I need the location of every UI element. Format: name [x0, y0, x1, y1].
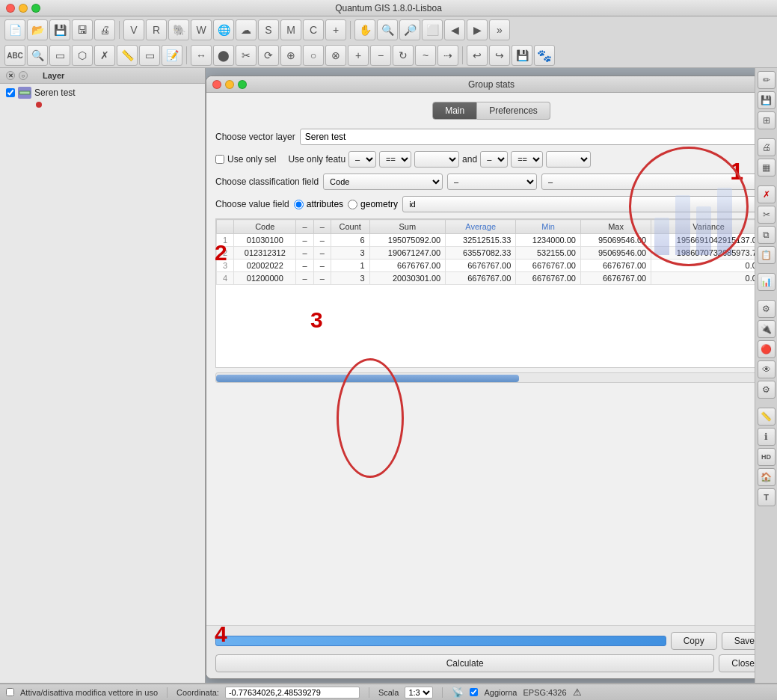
deselect-button[interactable]: ✗: [94, 45, 115, 66]
identify-button[interactable]: 🔍: [27, 45, 48, 66]
more-tools-button[interactable]: »: [489, 19, 510, 40]
tab-preferences[interactable]: Preferences: [477, 102, 550, 120]
class-field-select[interactable]: Code: [323, 174, 443, 190]
del-ring-button[interactable]: ⊗: [325, 45, 346, 66]
settings-tool-button[interactable]: ⚙: [758, 300, 776, 318]
coord-input[interactable]: [225, 687, 360, 699]
gear-tool-button[interactable]: ⚙: [758, 381, 776, 399]
add-wfs-button[interactable]: 🌐: [213, 19, 234, 40]
panel-close-button[interactable]: ✕: [6, 71, 15, 80]
save-tool-button[interactable]: 💾: [758, 91, 776, 109]
eye-tool-button[interactable]: 👁: [758, 360, 776, 378]
annotate-button[interactable]: 📝: [162, 45, 182, 66]
save-as-button[interactable]: 🖫: [72, 19, 93, 40]
calculate-button[interactable]: Calculate: [215, 654, 714, 672]
hd-tool-button[interactable]: HD: [758, 448, 776, 466]
edit-toggle-checkbox[interactable]: [6, 688, 14, 696]
red-plugin-button[interactable]: 🔴: [758, 340, 776, 358]
new-file-button[interactable]: 📄: [4, 19, 25, 40]
select-poly-button[interactable]: ⬡: [72, 45, 93, 66]
simplify-button[interactable]: ~: [415, 45, 436, 66]
minimize-button[interactable]: [19, 4, 28, 13]
zoom-out-button[interactable]: 🔎: [399, 19, 420, 40]
add-part-button[interactable]: +: [348, 45, 369, 66]
use-only-sel-checkbox[interactable]: [215, 155, 224, 164]
close-button[interactable]: [6, 4, 15, 13]
add-memory-button[interactable]: M: [280, 19, 301, 40]
filter1-op1-select[interactable]: –: [348, 151, 376, 168]
paste-tool-button[interactable]: 📋: [758, 246, 776, 264]
rotate-button[interactable]: ↻: [393, 45, 414, 66]
copy2-tool-button[interactable]: ⧉: [758, 226, 776, 244]
add-virtual-button[interactable]: +: [325, 19, 346, 40]
pan-button[interactable]: ✋: [354, 19, 375, 40]
info-tool-button[interactable]: ℹ: [758, 428, 776, 446]
add-csv-button[interactable]: C: [303, 19, 324, 40]
dialog-min-button[interactable]: [225, 80, 234, 89]
stats-tool-button[interactable]: 📊: [758, 273, 776, 291]
merge-button[interactable]: ⊕: [280, 45, 301, 66]
zoom-in-button[interactable]: 🔍: [377, 19, 398, 40]
zoom-prev-button[interactable]: ◀: [444, 19, 465, 40]
layer-item[interactable]: Seren test: [0, 84, 205, 102]
add-raster-button[interactable]: R: [146, 19, 167, 40]
layers-tool-button[interactable]: ⊞: [758, 111, 776, 129]
copy-button[interactable]: Copy: [671, 632, 717, 650]
add-wcs-button[interactable]: ☁: [236, 19, 257, 40]
aggiorna-checkbox[interactable]: [470, 688, 478, 696]
plugin-tool-button[interactable]: 🔌: [758, 320, 776, 338]
filter1-value-select[interactable]: [414, 151, 459, 168]
node-tool-button[interactable]: ⬤: [213, 45, 234, 66]
save-edits-button[interactable]: 💾: [512, 45, 532, 66]
del-part-button[interactable]: −: [370, 45, 391, 66]
dialog-close-button[interactable]: [212, 80, 221, 89]
redo-button[interactable]: ↪: [489, 45, 510, 66]
class-field-select2[interactable]: –: [447, 174, 537, 190]
more2-button[interactable]: 🐾: [534, 45, 555, 66]
filter1-op2-select[interactable]: ==: [379, 151, 411, 168]
pencil-tool-button[interactable]: ✏: [758, 71, 776, 89]
tab-main[interactable]: Main: [432, 102, 477, 120]
open-file-button[interactable]: 📂: [27, 19, 48, 40]
radio-attributes[interactable]: [294, 200, 304, 209]
print-button[interactable]: 🖨: [94, 19, 115, 40]
save-file-button[interactable]: 💾: [49, 19, 70, 40]
radio-geometry-label[interactable]: geometry: [348, 199, 398, 209]
print-tool-button[interactable]: 🖨: [758, 138, 776, 156]
measure-button[interactable]: 📏: [117, 45, 138, 66]
data-table-container[interactable]: Code – – Count Sum Average Min Max Varia…: [215, 218, 767, 368]
dialog-max-button[interactable]: [238, 80, 247, 89]
select-tool-button[interactable]: ▦: [758, 159, 776, 176]
offset-button[interactable]: ⇢: [437, 45, 458, 66]
add-spatialite-button[interactable]: S: [258, 19, 279, 40]
filter2-op2-select[interactable]: ==: [511, 151, 543, 168]
reshape-button[interactable]: ⟳: [258, 45, 279, 66]
filter2-op1-select[interactable]: –: [480, 151, 508, 168]
add-wms-button[interactable]: W: [191, 19, 212, 40]
undo-button[interactable]: ↩: [467, 45, 488, 66]
select-rect-button[interactable]: ▭: [49, 45, 70, 66]
radio-attributes-label[interactable]: attributes: [294, 199, 343, 209]
horizontal-scrollbar[interactable]: [215, 372, 767, 383]
add-vector-button[interactable]: V: [123, 19, 144, 40]
split-button[interactable]: ✂: [236, 45, 257, 66]
add-ring-button[interactable]: ○: [303, 45, 324, 66]
zoom-extent-button[interactable]: ⬜: [422, 19, 443, 40]
ruler-tool-button[interactable]: 📏: [758, 408, 776, 426]
class-field-select3[interactable]: –: [541, 174, 767, 190]
move-feature-button[interactable]: ↔: [191, 45, 212, 66]
value-field-select[interactable]: id: [402, 196, 767, 212]
layer-visibility-checkbox[interactable]: [6, 88, 15, 97]
zoom-next-button[interactable]: ▶: [467, 19, 488, 40]
radio-geometry[interactable]: [348, 200, 357, 209]
text-tool-button[interactable]: T: [758, 488, 776, 506]
x-tool-button[interactable]: ✗: [758, 185, 776, 203]
vector-layer-input[interactable]: [300, 129, 767, 145]
filter2-value-select[interactable]: [546, 151, 591, 168]
panel-float-button[interactable]: ○: [19, 71, 28, 80]
scissors-tool-button[interactable]: ✂: [758, 206, 776, 224]
maximize-button[interactable]: [31, 4, 40, 13]
scala-select[interactable]: 1:3: [405, 687, 433, 699]
add-postgis-button[interactable]: 🐘: [168, 19, 189, 40]
home-tool-button[interactable]: 🏠: [758, 468, 776, 486]
